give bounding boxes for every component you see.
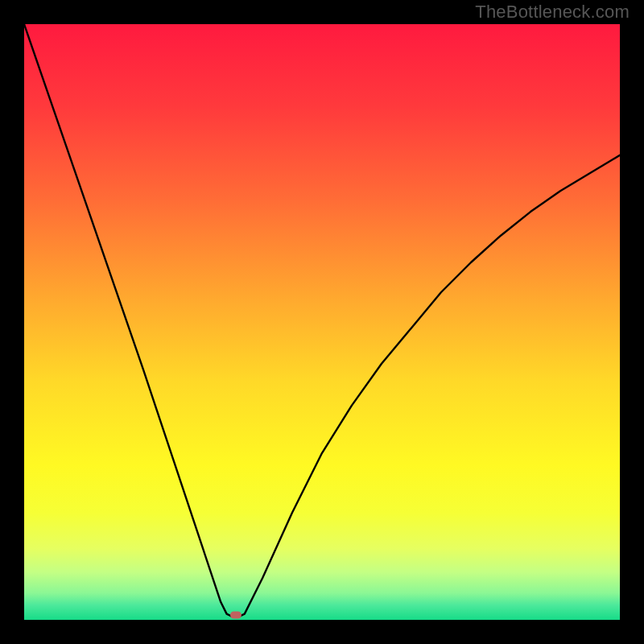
plot-area (24, 24, 620, 620)
chart-frame: TheBottleneck.com (0, 0, 644, 644)
background-gradient (24, 24, 620, 620)
watermark-label: TheBottleneck.com (475, 2, 630, 23)
optimum-marker-icon (230, 612, 242, 619)
